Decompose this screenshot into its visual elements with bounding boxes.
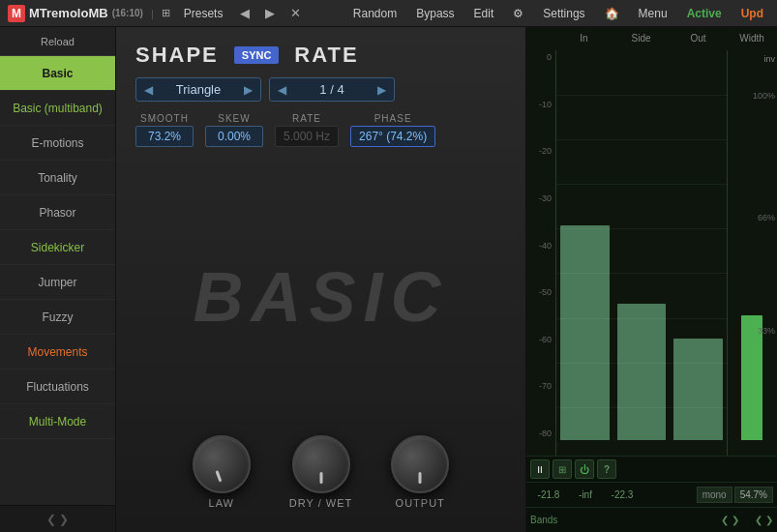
shape-label: SHAPE (135, 43, 219, 68)
sidebar-item-phasor[interactable]: Phasor (0, 195, 115, 230)
random-button[interactable]: Random (347, 7, 403, 20)
bar-in (560, 225, 610, 440)
meter-bars (555, 50, 727, 456)
scale-40: -40 (526, 241, 552, 251)
phase-label: PHASE (374, 113, 412, 124)
phase-param: PHASE 267° (74.2%) (350, 113, 435, 147)
scale-60: -60 (526, 335, 552, 344)
bottom-val-in: -21.8 (530, 489, 567, 500)
presets-button[interactable]: Presets (178, 7, 229, 20)
shape-next-button[interactable]: ▶ (244, 83, 253, 97)
logo-icon: M (8, 5, 25, 22)
camera-button[interactable]: ⊞ (553, 459, 572, 479)
bar-in-col (556, 50, 613, 456)
bar-out (673, 339, 723, 440)
meter-scale: 0 -10 -20 -30 -40 -50 -60 -70 -80 (526, 50, 555, 456)
sidebar-item-basic-multiband[interactable]: Basic (multiband) (0, 91, 115, 126)
scale-80: -80 (526, 429, 552, 438)
output-knob-label: OUTPUT (396, 497, 445, 509)
sync-button[interactable]: SYNC (234, 46, 280, 64)
meter-content: 0 -10 -20 -30 -40 -50 -60 -70 -80 (526, 50, 777, 456)
smooth-value[interactable]: 73.2% (135, 126, 194, 147)
width-33-label: 33% (758, 326, 775, 336)
law-knob[interactable] (193, 435, 251, 493)
top-bar: M MTremoloMB (16:10) | ⊞ Presets ◀ ▶ ✕ R… (0, 0, 777, 27)
sidebar-item-sidekicker[interactable]: Sidekicker (0, 230, 115, 265)
skew-label: SKEW (218, 113, 250, 124)
prev-preset-button[interactable]: ◀ (236, 4, 254, 22)
upd-button[interactable]: Upd (735, 7, 769, 20)
nav-left-icon[interactable]: ❮ ❯ (721, 515, 739, 525)
sidebar-bottom: ❮ ❯ (0, 505, 115, 532)
bottom-buttons-row: ⏸ ⊞ ⏻ ? (526, 456, 777, 482)
sidebar-item-emotions[interactable]: E-motions (0, 126, 115, 161)
smooth-label: SMOOTH (140, 113, 189, 124)
width-col: inv 100% 66% 33% (727, 50, 777, 456)
nav-right-icon[interactable]: ❮ ❯ (755, 515, 773, 525)
bypass-button[interactable]: Bypass (410, 7, 460, 20)
bottom-strip: -21.8 -inf -22.3 mono 54.7% (526, 482, 777, 507)
rate-selector[interactable]: ◀ 1 / 4 ▶ (269, 77, 395, 102)
shape-rate-row: SHAPE SYNC RATE (135, 43, 506, 68)
vu-headers: In Side Out Width (526, 33, 777, 50)
dry-wet-knob[interactable] (292, 435, 350, 493)
scale-0: 0 (526, 52, 552, 62)
bar-out-col (670, 50, 727, 456)
edit-button[interactable]: Edit (468, 7, 500, 20)
menu-button[interactable]: Menu (633, 7, 673, 20)
law-knob-label: LAW (209, 497, 234, 509)
nav-arrows: ❮ ❯ ❮ ❯ (721, 515, 773, 525)
sidebar-nav-left[interactable]: ❮ ❯ (46, 513, 69, 526)
vu-header-in: In (555, 33, 613, 50)
plugin-name: MTremoloMB (29, 6, 108, 20)
shape-selector[interactable]: ◀ Triangle ▶ (135, 77, 261, 102)
skew-value[interactable]: 0.00% (205, 126, 263, 147)
knobs-row: LAW DRY / WET OUTPUT (135, 435, 506, 509)
rate-next-button[interactable]: ▶ (377, 83, 386, 97)
sidebar-item-tonality[interactable]: Tonality (0, 161, 115, 195)
pct-label: 54.7% (734, 487, 773, 503)
help-button[interactable]: ? (597, 459, 616, 479)
phase-value[interactable]: 267° (74.2%) (350, 126, 435, 147)
output-knob[interactable] (391, 435, 449, 493)
sidebar-item-multimode[interactable]: Multi-Mode (0, 404, 115, 439)
sidebar-item-fuzzy[interactable]: Fuzzy (0, 300, 115, 335)
sidebar-item-fluctuations[interactable]: Fluctuations (0, 369, 115, 404)
scale-10: -10 (526, 100, 552, 109)
sidebar-item-jumper[interactable]: Jumper (0, 265, 115, 300)
main-layout: Reload Basic Basic (multiband) E-motions… (0, 27, 777, 532)
inv-label: inv (763, 54, 775, 64)
rate-sub-label: RATE (292, 113, 321, 124)
rate-sub-value[interactable]: 5.000 Hz (275, 126, 339, 147)
sidebar-item-movements[interactable]: Movements (0, 335, 115, 369)
plugin-big-label: BASIC (135, 159, 506, 435)
bar-side (617, 304, 667, 440)
scale-70: -70 (526, 381, 552, 391)
active-button[interactable]: Active (681, 7, 728, 20)
shape-prev-button[interactable]: ◀ (144, 83, 153, 97)
rate-label: RATE (294, 43, 358, 68)
smooth-param: SMOOTH 73.2% (135, 113, 194, 147)
right-panel: In Side Out Width 0 -10 -20 -30 -40 -50 … (525, 27, 777, 532)
grid-icon: ⊞ (162, 7, 170, 19)
bands-label[interactable]: Bands (530, 515, 557, 525)
settings-button[interactable]: Settings (537, 7, 590, 20)
plugin-version: (16:10) (112, 8, 143, 18)
scale-50: -50 (526, 287, 552, 297)
sidebar-item-basic[interactable]: Basic (0, 56, 115, 91)
output-knob-container: OUTPUT (391, 435, 449, 509)
bottom-val-out: -22.3 (604, 489, 641, 500)
selector-row: ◀ Triangle ▶ ◀ 1 / 4 ▶ (135, 77, 506, 102)
pause-button[interactable]: ⏸ (530, 459, 550, 479)
dry-wet-knob-label: DRY / WET (289, 497, 352, 509)
close-preset-button[interactable]: ✕ (286, 4, 305, 22)
rate-prev-button[interactable]: ◀ (278, 83, 286, 97)
sidebar-reload-button[interactable]: Reload (0, 27, 115, 56)
next-preset-button[interactable]: ▶ (261, 4, 279, 22)
bottom-val-side: -inf (569, 489, 602, 500)
vu-header-side: Side (613, 33, 670, 50)
bands-nav-row: Bands ❮ ❯ ❮ ❯ (526, 507, 777, 532)
scale-20: -20 (526, 146, 552, 156)
rate-sub-param: RATE 5.000 Hz (275, 113, 339, 147)
power-button[interactable]: ⏻ (575, 459, 594, 479)
